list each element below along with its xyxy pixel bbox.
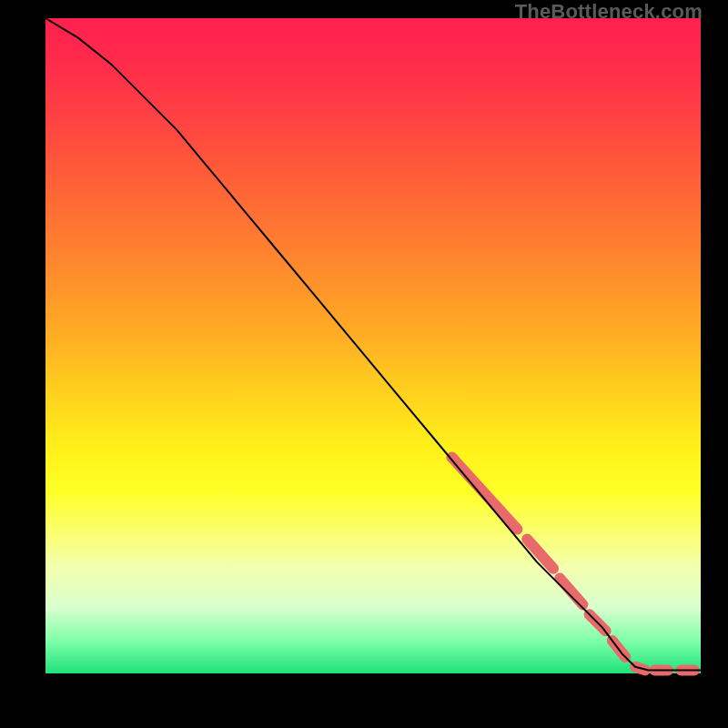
highlight-dash [451,457,517,529]
highlight-dash-layer [451,457,693,670]
highlight-dash [560,579,582,605]
brand-watermark: TheBottleneck.com [515,0,703,24]
chart-stage: TheBottleneck.com [0,0,728,728]
chart-svg [46,18,701,673]
plot-area [46,18,701,673]
main-curve [46,18,701,670]
